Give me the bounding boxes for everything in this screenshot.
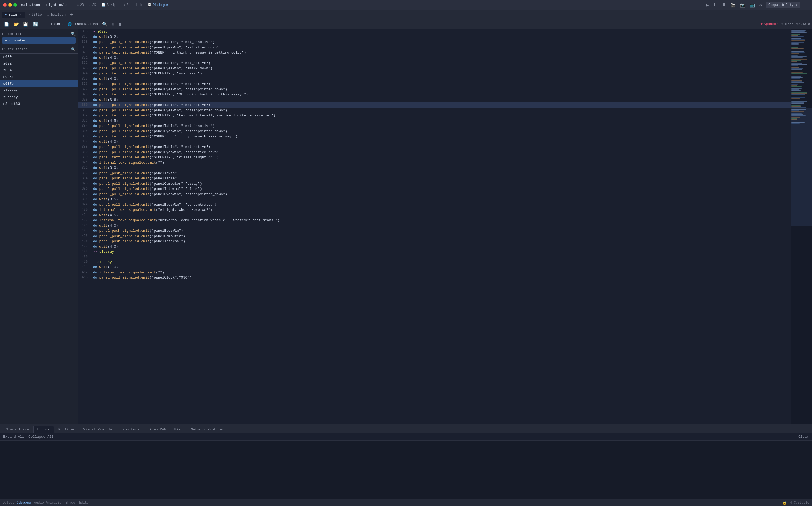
line-content[interactable]: do panel_push_signaled.emit("panelTexts"… xyxy=(91,171,791,176)
line-content[interactable]: ~ s007p xyxy=(91,29,791,34)
line-content[interactable]: do wait(4.0) xyxy=(91,56,791,61)
line-content[interactable]: do wait(3.0) xyxy=(91,165,791,171)
nav-assetlib[interactable]: ↓ AssetLib xyxy=(121,2,144,8)
nav-3d[interactable]: ⇐ 3D xyxy=(87,2,98,8)
tab-stack-trace[interactable]: Stack Trace xyxy=(2,426,33,433)
line-content[interactable]: do panel_pull_signaled.emit("panelTable"… xyxy=(91,39,791,45)
line-content[interactable]: do internal_text_signaled.emit("") xyxy=(91,270,791,275)
line-content[interactable]: do panel_push_signaled.emit("panelComput… xyxy=(91,234,791,239)
tab-balloon[interactable]: ✏ balloon xyxy=(44,12,68,18)
line-content[interactable]: do wait(4.0) xyxy=(91,223,791,229)
statusbar-audio[interactable]: Audio xyxy=(34,501,44,505)
grid-view-button[interactable]: ⊞ xyxy=(110,20,116,28)
line-content[interactable]: do panel_text_signaled.emit("CONNR", "i'… xyxy=(91,134,791,139)
search-button[interactable]: 🔍 xyxy=(100,20,109,28)
filter-files-search-icon[interactable]: 🔍 xyxy=(71,32,76,36)
line-content[interactable]: do panel_pull_signaled.emit("panelTable"… xyxy=(91,61,791,66)
line-content[interactable]: do panel_text_signaled.emit("CONNR", "i … xyxy=(91,50,791,56)
sponsor-button[interactable]: ♥ Sponsor xyxy=(760,22,778,26)
fullscreen-button[interactable]: ⛶ xyxy=(803,2,809,8)
line-content[interactable]: do internal_text_signaled.emit("") xyxy=(91,160,791,166)
docs-button[interactable]: ⊞ Docs xyxy=(781,22,794,26)
nav-2d[interactable]: ⇔ 2D xyxy=(75,2,86,8)
jump-button[interactable]: ⇅ xyxy=(117,20,123,28)
tab-visual-profiler[interactable]: Visual Profiler xyxy=(79,426,118,433)
reload-button[interactable]: 🔄 xyxy=(31,20,40,28)
line-content[interactable]: do panel_pull_signaled.emit("panelEyesWi… xyxy=(91,150,791,155)
line-content[interactable]: do panel_pull_signaled.emit("panelClock"… xyxy=(91,275,791,280)
line-content[interactable]: do panel_pull_signaled.emit("panelTable"… xyxy=(91,81,791,87)
line-content[interactable]: ~ s1essay xyxy=(91,259,791,265)
clear-button[interactable]: Clear xyxy=(798,435,809,439)
line-content[interactable]: do wait(3.5) xyxy=(91,197,791,202)
tab-profiler[interactable]: Profiler xyxy=(55,426,79,433)
line-content[interactable]: do wait(4.0) xyxy=(91,139,791,145)
line-content[interactable]: do panel_pull_signaled.emit("panelEyesWi… xyxy=(91,87,791,92)
open-file-button[interactable]: 📂 xyxy=(12,20,20,28)
line-content[interactable]: do panel_pull_signaled.emit("panelEyesWi… xyxy=(91,192,791,197)
line-content[interactable]: do panel_pull_signaled.emit("panelEyesWi… xyxy=(91,108,791,113)
line-content[interactable]: do panel_pull_signaled.emit("panelTable"… xyxy=(91,102,791,108)
file-computer[interactable]: 🖥 computer xyxy=(2,37,76,44)
expand-all-button[interactable]: Expand All xyxy=(3,435,24,439)
line-content[interactable]: do panel_text_signaled.emit("SERENITY", … xyxy=(91,71,791,76)
movie-button[interactable]: 🎬 xyxy=(730,2,736,8)
line-content[interactable]: do internal_text_signaled.emit("Alright.… xyxy=(91,207,791,213)
new-file-button[interactable]: 📄 xyxy=(2,20,11,28)
line-content[interactable] xyxy=(91,255,791,259)
line-content[interactable]: do panel_push_signaled.emit("panelEyesWi… xyxy=(91,228,791,234)
line-content[interactable]: do wait(4.0) xyxy=(91,244,791,250)
compatibility-button[interactable]: Compatibility ▾ xyxy=(766,2,800,8)
tab-main[interactable]: ● main ✕ xyxy=(2,12,25,18)
title-s2casey[interactable]: s2casey xyxy=(0,94,78,100)
line-content[interactable]: do panel_text_signaled.emit("SERENITY", … xyxy=(91,92,791,97)
tab-video-ram[interactable]: Video RAM xyxy=(144,426,170,433)
statusbar-shader-editor[interactable]: Shader Editor xyxy=(66,501,91,505)
line-content[interactable]: do wait(0.2) xyxy=(91,34,791,40)
tab-misc[interactable]: Misc xyxy=(171,426,187,433)
close-window-button[interactable] xyxy=(3,3,7,7)
title-s004[interactable]: s004 xyxy=(0,67,78,74)
line-content[interactable]: do panel_pull_signaled.emit("panelEyesWi… xyxy=(91,66,791,71)
statusbar-output[interactable]: Output xyxy=(3,501,14,505)
line-content[interactable]: do panel_text_signaled.emit("SERENITY", … xyxy=(91,113,791,118)
minimize-window-button[interactable] xyxy=(8,3,12,7)
title-s002[interactable]: s002 xyxy=(0,60,78,67)
line-content[interactable]: do panel_pull_signaled.emit("panelIntern… xyxy=(91,186,791,192)
line-content[interactable]: do panel_pull_signaled.emit("panelComput… xyxy=(91,181,791,187)
camera-button[interactable]: 📷 xyxy=(739,2,746,8)
insert-button[interactable]: ＋ Insert xyxy=(44,21,65,28)
title-s3hoot83[interactable]: s3hoot83 xyxy=(0,100,78,107)
line-content[interactable]: >> s1essay xyxy=(91,249,791,255)
line-content[interactable]: do panel_pull_signaled.emit("panelTable"… xyxy=(91,123,791,129)
pause-button[interactable]: ⏸ xyxy=(713,2,718,8)
remote-button[interactable]: 📺 xyxy=(749,2,755,8)
tab-add-button[interactable]: + xyxy=(68,12,75,17)
tab-errors[interactable]: Errors xyxy=(33,426,54,433)
line-content[interactable]: do wait(4.5) xyxy=(91,213,791,218)
nav-script[interactable]: 📄 Script xyxy=(99,2,120,8)
line-content[interactable]: do panel_push_signaled.emit("panelIntern… xyxy=(91,239,791,244)
line-content[interactable]: do panel_pull_signaled.emit("panelEyesWi… xyxy=(91,202,791,207)
settings-icon[interactable]: ⚙ xyxy=(759,2,763,8)
collapse-all-button[interactable]: Collapse All xyxy=(28,435,54,439)
line-content[interactable]: do panel_push_signaled.emit("panelTable"… xyxy=(91,176,791,181)
title-s000[interactable]: s000 xyxy=(0,54,78,60)
line-content[interactable]: do wait(3.6) xyxy=(91,97,791,103)
title-s1essay[interactable]: s1essay xyxy=(0,87,78,94)
translations-button[interactable]: 🌐 Translations xyxy=(66,21,100,27)
line-content[interactable]: do panel_pull_signaled.emit("panelEyesWi… xyxy=(91,129,791,134)
line-content[interactable]: do internal_text_signaled.emit("Universa… xyxy=(91,218,791,223)
line-content[interactable]: do panel_text_signaled.emit("SERENITY", … xyxy=(91,155,791,160)
line-content[interactable]: do wait(4.0) xyxy=(91,76,791,82)
minimap[interactable] xyxy=(791,29,812,424)
tab-network-profiler[interactable]: Network Profiler xyxy=(187,426,228,433)
tab-title[interactable]: ○ title xyxy=(25,12,44,18)
line-content[interactable]: do panel_pull_signaled.emit("panelTable"… xyxy=(91,144,791,150)
statusbar-debugger[interactable]: Debugger xyxy=(16,501,32,505)
title-s007p[interactable]: s007p xyxy=(0,80,78,87)
line-content[interactable]: do wait(1.0) xyxy=(91,265,791,270)
code-scroll[interactable]: 366~ s007p367do wait(0.2)368do panel_pul… xyxy=(78,29,791,424)
statusbar-animation[interactable]: Animation xyxy=(46,501,64,505)
save-file-button[interactable]: 💾 xyxy=(21,20,30,28)
